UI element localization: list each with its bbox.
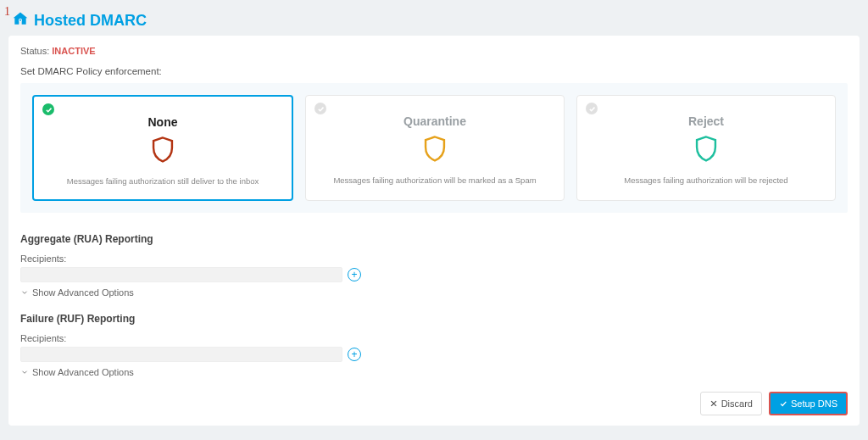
check-icon [586, 103, 598, 114]
chevron-down-icon [20, 288, 29, 297]
ruf-advanced-label: Show Advanced Options [32, 367, 134, 377]
shield-icon [422, 135, 448, 164]
policy-option-reject[interactable]: Reject Messages failing authorization wi… [576, 95, 836, 201]
svg-point-1 [19, 19, 21, 21]
ruf-recipients-input[interactable] [20, 347, 342, 362]
setup-dns-button[interactable]: Setup DNS [769, 392, 848, 415]
rua-recipients-label: Recipients: [20, 253, 848, 264]
main-card: Status: INACTIVE Set DMARC Policy enforc… [8, 36, 860, 426]
check-icon [779, 399, 787, 408]
page-header: Hosted DMARC [8, 10, 860, 31]
shield-icon [693, 135, 719, 164]
ruf-recipients-label: Recipients: [20, 333, 848, 343]
policy-desc: Messages failing authorization still del… [42, 176, 283, 186]
setup-dns-label: Setup DNS [791, 398, 837, 409]
policy-desc: Messages failing authorization will be r… [586, 175, 826, 185]
policy-option-none[interactable]: None Messages failing authorization stil… [32, 95, 293, 201]
rua-recipients-input[interactable] [20, 267, 342, 282]
policy-area: None Messages failing authorization stil… [20, 83, 848, 213]
policy-label: Set DMARC Policy enforcement: [20, 66, 848, 76]
status-line: Status: INACTIVE [20, 46, 848, 56]
policy-title: Quarantine [314, 114, 555, 128]
discard-button[interactable]: Discard [700, 392, 762, 415]
page-root: Hosted DMARC Status: INACTIVE Set DMARC … [0, 0, 868, 434]
chevron-down-icon [20, 368, 29, 376]
policy-title: None [42, 115, 283, 129]
ruf-input-row: + [20, 347, 848, 362]
policy-option-quarantine[interactable]: Quarantine Messages failing authorizatio… [305, 95, 565, 201]
policy-title: Reject [586, 114, 826, 128]
home-icon [12, 10, 29, 31]
add-ruf-recipient-button[interactable]: + [348, 348, 361, 361]
status-value: INACTIVE [52, 46, 95, 56]
rua-input-row: + [20, 267, 848, 282]
shield-icon [150, 136, 175, 164]
close-icon [709, 399, 718, 408]
add-rua-recipient-button[interactable]: + [348, 268, 361, 281]
policy-desc: Messages failing authorization will be m… [314, 175, 555, 185]
status-label: Status: [20, 46, 49, 56]
step-indicator: 1 [4, 5, 10, 19]
rua-advanced-label: Show Advanced Options [32, 287, 134, 298]
ruf-heading: Failure (RUF) Reporting [20, 313, 848, 325]
ruf-advanced-toggle[interactable]: Show Advanced Options [20, 367, 848, 377]
check-icon [42, 103, 54, 115]
check-icon [314, 103, 326, 114]
rua-heading: Aggregate (RUA) Reporting [20, 233, 848, 245]
page-title: Hosted DMARC [34, 12, 147, 30]
discard-label: Discard [721, 398, 753, 409]
policy-row: None Messages failing authorization stil… [32, 95, 836, 201]
footer-actions: Discard Setup DNS [700, 392, 848, 415]
rua-advanced-toggle[interactable]: Show Advanced Options [20, 287, 848, 298]
